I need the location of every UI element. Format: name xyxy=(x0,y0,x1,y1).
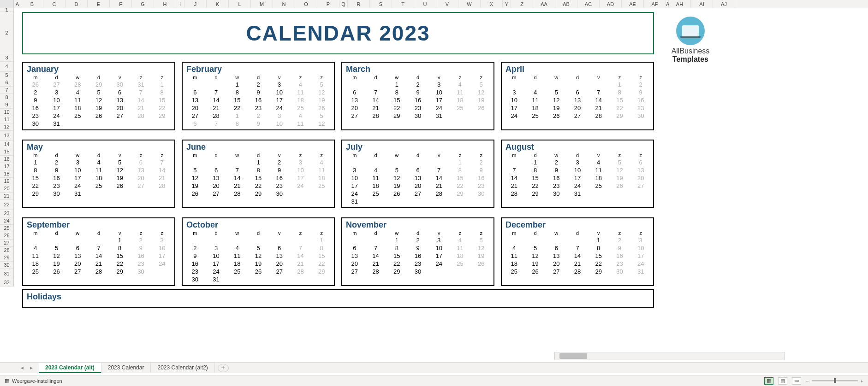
day-cell[interactable]: 5 xyxy=(109,158,131,166)
day-cell[interactable]: 19 xyxy=(311,96,332,104)
day-cell[interactable] xyxy=(269,236,290,244)
day-cell[interactable]: 24 xyxy=(630,260,651,268)
day-cell[interactable]: 2 xyxy=(248,112,269,120)
day-cell[interactable]: 15 xyxy=(311,252,332,260)
day-cell[interactable]: 23 xyxy=(630,104,651,112)
day-cell[interactable]: 6 xyxy=(184,120,206,128)
day-cell[interactable]: 28 xyxy=(226,190,248,198)
day-cell[interactable]: 9 xyxy=(407,88,428,96)
day-cell[interactable]: 24 xyxy=(428,260,450,268)
day-cell[interactable]: 18 xyxy=(525,104,546,112)
day-cell[interactable] xyxy=(184,236,206,244)
day-cell[interactable]: 16 xyxy=(546,174,567,182)
day-cell[interactable]: 4 xyxy=(290,112,311,120)
day-cell[interactable]: 10 xyxy=(630,244,651,252)
day-cell[interactable]: 11 xyxy=(525,96,546,104)
day-cell[interactable]: 16 xyxy=(248,96,269,104)
day-cell[interactable] xyxy=(226,158,248,166)
row-header-26[interactable]: 26 xyxy=(0,232,13,240)
day-cell[interactable]: 25 xyxy=(226,268,248,275)
day-cell[interactable]: 10 xyxy=(151,244,172,252)
column-header-Y[interactable]: Y xyxy=(503,0,511,8)
row-header-9[interactable]: 9 xyxy=(0,101,13,109)
day-cell[interactable]: 3 xyxy=(67,158,88,166)
row-header-31[interactable]: 31 xyxy=(0,269,13,279)
day-cell[interactable]: 3 xyxy=(290,158,311,166)
day-cell[interactable]: 23 xyxy=(470,182,492,190)
day-cell[interactable]: 22 xyxy=(25,182,46,190)
day-cell[interactable]: 27 xyxy=(344,112,365,120)
month-october[interactable]: Octobermdwdvzz12345678910111213141516171… xyxy=(182,217,335,286)
day-cell[interactable] xyxy=(546,236,567,244)
day-cell[interactable]: 27 xyxy=(206,190,227,198)
day-cell[interactable] xyxy=(470,268,492,275)
day-cell[interactable]: 8 xyxy=(226,88,248,96)
day-cell[interactable]: 6 xyxy=(109,88,131,96)
day-cell[interactable]: 26 xyxy=(470,104,492,112)
day-cell[interactable] xyxy=(206,158,227,166)
day-cell[interactable]: 2 xyxy=(248,81,269,88)
day-cell[interactable]: 23 xyxy=(609,260,630,268)
day-cell[interactable]: 4 xyxy=(67,88,88,96)
day-cell[interactable] xyxy=(428,268,450,275)
day-cell[interactable]: 12 xyxy=(386,174,407,182)
day-cell[interactable]: 17 xyxy=(151,252,172,260)
day-cell[interactable]: 24 xyxy=(290,182,311,190)
day-cell[interactable]: 12 xyxy=(46,252,67,260)
day-cell[interactable]: 14 xyxy=(226,174,248,182)
day-cell[interactable]: 26 xyxy=(184,190,206,198)
day-cell[interactable]: 29 xyxy=(248,190,269,198)
day-cell[interactable]: 27 xyxy=(344,268,365,275)
day-cell[interactable]: 17 xyxy=(344,182,365,190)
day-cell[interactable]: 18 xyxy=(311,174,332,182)
day-cell[interactable]: 24 xyxy=(151,260,172,268)
day-cell[interactable]: 20 xyxy=(109,104,131,112)
day-cell[interactable]: 9 xyxy=(25,96,46,104)
day-cell[interactable] xyxy=(67,120,88,128)
day-cell[interactable]: 13 xyxy=(109,96,131,104)
day-cell[interactable]: 3 xyxy=(504,88,525,96)
column-header-AI[interactable]: AI xyxy=(691,0,713,8)
day-cell[interactable]: 15 xyxy=(248,174,269,182)
row-header-32[interactable]: 32 xyxy=(0,279,13,287)
day-cell[interactable]: 24 xyxy=(567,182,588,190)
day-cell[interactable]: 18 xyxy=(290,96,311,104)
day-cell[interactable]: 18 xyxy=(450,252,471,260)
day-cell[interactable]: 2 xyxy=(407,236,428,244)
day-cell[interactable]: 20 xyxy=(67,260,88,268)
day-cell[interactable]: 31 xyxy=(67,190,88,198)
day-cell[interactable]: 19 xyxy=(46,260,67,268)
day-cell[interactable] xyxy=(184,158,206,166)
day-cell[interactable]: 16 xyxy=(269,174,290,182)
day-cell[interactable]: 20 xyxy=(344,260,365,268)
day-cell[interactable]: 30 xyxy=(630,112,651,120)
day-cell[interactable] xyxy=(525,236,546,244)
day-cell[interactable]: 5 xyxy=(311,112,332,120)
day-cell[interactable]: 22 xyxy=(609,104,630,112)
day-cell[interactable]: 29 xyxy=(609,112,630,120)
day-cell[interactable]: 31 xyxy=(131,81,152,88)
day-cell[interactable]: 29 xyxy=(25,190,46,198)
day-cell[interactable]: 9 xyxy=(630,88,651,96)
day-cell[interactable]: 23 xyxy=(131,260,152,268)
sheet-tab[interactable]: 2023 Calendar xyxy=(101,363,151,373)
day-cell[interactable] xyxy=(588,190,609,198)
day-cell[interactable]: 13 xyxy=(184,96,206,104)
day-cell[interactable]: 24 xyxy=(206,268,227,275)
day-cell[interactable]: 28 xyxy=(151,182,172,190)
day-cell[interactable]: 3 xyxy=(428,236,450,244)
row-header-13[interactable]: 13 xyxy=(0,131,13,141)
day-cell[interactable]: 19 xyxy=(184,182,206,190)
day-cell[interactable]: 27 xyxy=(67,268,88,275)
day-cell[interactable]: 24 xyxy=(67,182,88,190)
day-cell[interactable]: 13 xyxy=(630,166,651,174)
day-cell[interactable] xyxy=(630,190,651,198)
day-cell[interactable]: 10 xyxy=(428,244,450,252)
day-cell[interactable]: 28 xyxy=(428,190,450,198)
day-cell[interactable]: 20 xyxy=(184,104,206,112)
day-cell[interactable]: 7 xyxy=(226,166,248,174)
day-cell[interactable]: 21 xyxy=(428,182,450,190)
day-cell[interactable]: 1 xyxy=(151,81,172,88)
day-cell[interactable]: 9 xyxy=(184,252,206,260)
day-cell[interactable] xyxy=(25,236,46,244)
